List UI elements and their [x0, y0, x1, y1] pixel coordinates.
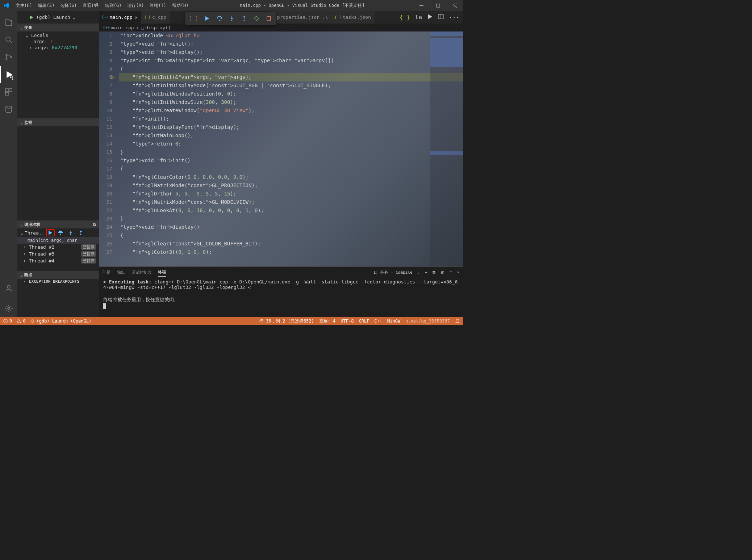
menu-terminal[interactable]: 终端(T) [147, 3, 169, 9]
chevron-down-icon: ⌄ [72, 14, 75, 20]
more-icon[interactable]: ··· [449, 14, 459, 21]
variable-argc[interactable]: argc: 1 [17, 38, 99, 45]
watch-section-header[interactable]: ⌄监视 [17, 118, 99, 126]
split-terminal-icon[interactable]: ⧉ [433, 270, 435, 275]
accounts-icon[interactable] [0, 279, 17, 297]
watermark: n.net/qq_39558337 [405, 318, 450, 324]
status-eol[interactable]: CRLF [359, 318, 369, 324]
step-out-button[interactable] [238, 13, 250, 24]
status-bell-icon[interactable] [455, 318, 460, 324]
tab-properties[interactable]: p_properties.json .\ [268, 11, 332, 24]
minimap[interactable] [430, 31, 463, 266]
tab-tasks[interactable]: { }tasks.json [332, 11, 375, 24]
run-debug-icon[interactable]: 1 [0, 66, 17, 83]
stack-frame[interactable]: main(int argc, char [17, 237, 99, 244]
menu-help[interactable]: 帮助(H) [169, 3, 192, 9]
run-config-dropdown[interactable]: (gdb) Launch ⌄ [25, 14, 80, 20]
step-over-button[interactable] [56, 229, 65, 236]
close-button[interactable] [446, 0, 463, 11]
breakpoints-section-header[interactable]: ⌄断点 [17, 271, 99, 279]
step-into-button[interactable] [66, 229, 75, 236]
status-debug-target[interactable]: (gdb) Launch (OpenGL) [30, 319, 91, 324]
exception-breakpoints[interactable]: ›EXCEPTION BREAKPOINTS [17, 279, 99, 284]
code-editor[interactable]: ▷ 12345678910111213141516171819202122232… [99, 31, 463, 266]
menu-goto[interactable]: 转到(G) [102, 3, 125, 9]
source-control-icon[interactable] [0, 49, 17, 66]
variables-section-header[interactable]: ⌄变量 [17, 24, 99, 31]
code-lines[interactable]: "inc">#include <GL/glut.h>"type">void "f… [119, 31, 463, 266]
callstack-icon[interactable]: ⧉ [93, 222, 96, 227]
minimize-button[interactable] [413, 0, 430, 11]
tab-la[interactable]: la [415, 14, 422, 21]
chevron-down-icon[interactable]: ⌄ [20, 230, 23, 236]
crumb-label: display() [145, 25, 171, 30]
status-lang[interactable]: C++ [374, 318, 382, 324]
close-tab-icon[interactable]: × [135, 14, 138, 20]
thread-name[interactable]: Threa.. [25, 230, 45, 236]
callstack-section-header[interactable]: ⌄调用堆栈⧉ [17, 220, 99, 228]
breadcrumb-symbol[interactable]: ⬚ display() [141, 25, 171, 30]
status-warnings[interactable]: 0 [16, 319, 25, 324]
terminal-body[interactable]: > Executing task: clang++ D:\OpenGL\main… [99, 278, 463, 317]
db-icon[interactable] [0, 101, 17, 118]
terminal-task-dropdown[interactable]: 1: 任务 - Compile [373, 270, 412, 275]
menu-run[interactable]: 运行(R) [124, 3, 147, 9]
panel-tab-output[interactable]: 输出 [117, 268, 125, 277]
debug-toolbar[interactable]: ⋮⋮ [185, 12, 276, 25]
current-line-marker-icon: ▷ [112, 73, 114, 81]
svg-point-12 [60, 234, 61, 235]
explorer-icon[interactable] [0, 14, 17, 31]
settings-icon[interactable] [0, 300, 17, 317]
grip-icon[interactable]: ⋮⋮ [186, 15, 201, 22]
error-count: 0 [9, 319, 12, 324]
kill-terminal-icon[interactable]: 🗑 [440, 270, 444, 275]
menu-select[interactable]: 选择(S) [57, 3, 80, 9]
breadcrumb-file[interactable]: C++ main.cpp [103, 25, 134, 30]
status-spaces[interactable]: 空格: 4 [319, 318, 336, 324]
tab-main-cpp[interactable]: C++main.cpp× [99, 11, 141, 24]
panel-tab-debug-console[interactable]: 调试控制台 [131, 268, 151, 277]
status-cursor[interactable]: 行 30，列 2 (已选择652) [259, 318, 314, 324]
status-encoding[interactable]: UTF-8 [341, 318, 354, 324]
json-icon: { } [400, 14, 410, 21]
chevron-down-icon[interactable]: ⌄ [418, 270, 420, 275]
thread-3[interactable]: › Thread #3已暂停 [17, 250, 99, 257]
run-icon[interactable] [427, 14, 433, 21]
svg-point-17 [231, 20, 233, 21]
search-icon[interactable] [0, 31, 17, 49]
menu-file[interactable]: 文件(F) [13, 3, 35, 9]
locals-scope[interactable]: ⌄Locals [17, 32, 99, 38]
tab-label: tasks.json [343, 14, 371, 20]
chevron-right-icon: › [136, 25, 139, 30]
continue-button[interactable] [201, 13, 213, 24]
stop-button[interactable] [263, 13, 275, 24]
panel: 问题 输出 调试控制台 终端 1: 任务 - Compile ⌄ + ⧉ 🗑 ^… [99, 266, 463, 317]
step-out-button[interactable] [76, 229, 85, 236]
maximize-button[interactable] [430, 0, 446, 11]
menu-edit[interactable]: 编辑(E) [35, 3, 58, 9]
new-terminal-icon[interactable]: + [425, 270, 427, 275]
activity-bar: 1 [0, 11, 17, 317]
restart-button[interactable] [251, 13, 262, 24]
variable-argv[interactable]: ›argv: 0x2774290 [17, 45, 99, 51]
window-controls [413, 0, 463, 11]
terminal-cursor [103, 303, 106, 309]
panel-tab-terminal[interactable]: 终端 [158, 268, 166, 277]
status-errors[interactable]: 0 [3, 319, 12, 324]
svg-point-11 [8, 307, 10, 310]
chevron-down-icon: ⌄ [20, 222, 23, 227]
status-compiler[interactable]: MinGW [387, 318, 400, 324]
thread-2[interactable]: › Thread #2已暂停 [17, 244, 99, 250]
maximize-panel-icon[interactable]: ^ [450, 270, 452, 275]
split-editor-icon[interactable] [438, 14, 444, 21]
panel-tab-problems[interactable]: 问题 [103, 268, 110, 277]
json-icon: { } [335, 15, 341, 20]
menu-view[interactable]: 查看(V) [80, 3, 102, 9]
continue-button[interactable] [46, 229, 55, 236]
extensions-icon[interactable] [0, 83, 17, 101]
tab-c-cpp[interactable]: { }c_cpp [141, 11, 170, 24]
step-over-button[interactable] [214, 13, 225, 24]
thread-4[interactable]: › Thread #4已暂停 [17, 257, 99, 264]
close-panel-icon[interactable]: × [457, 270, 459, 275]
step-into-button[interactable] [226, 13, 238, 24]
